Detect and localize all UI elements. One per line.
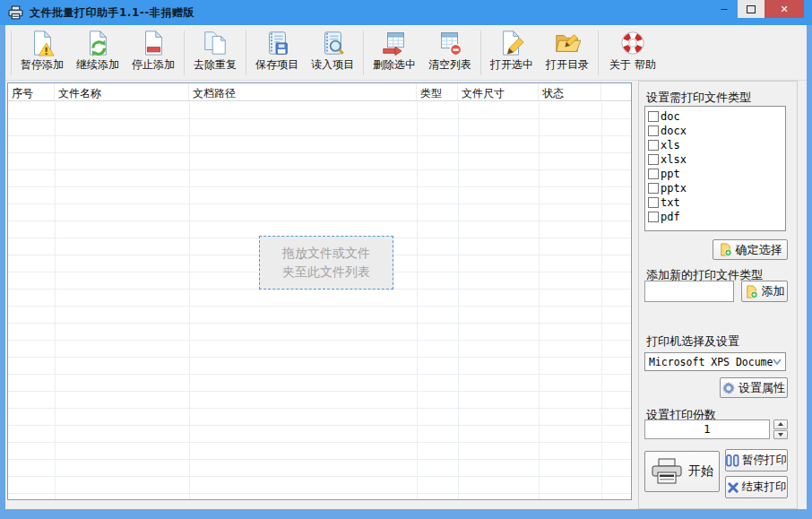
drop-zone[interactable]: 拖放文件或文件 夹至此文件列表 [259,236,393,290]
copies-input[interactable] [644,420,770,439]
checkbox-xlsx[interactable] [648,154,659,165]
toolbar-remove-duplicates-button[interactable]: 去除重复 [187,28,243,78]
toolbar-load-project-button[interactable]: 读入项目 [305,28,360,78]
toolbar-delete-selected-button[interactable]: 删除选中 [367,28,422,78]
file-type-label: xlsx [661,153,687,166]
toolbar-stop-add-button[interactable]: 停止添加 [125,28,181,78]
window-controls: ─ ✕ [711,0,804,18]
toolbar-button-label: 关于 帮助 [609,57,656,73]
file-type-label: ppt [661,168,680,180]
column-grid-line [601,102,602,499]
toolbar-open-directory-button[interactable]: 打开目录 [540,28,595,78]
toolbar-resume-add-button[interactable]: 继续添加 [70,28,125,78]
clear-list-icon [436,30,463,56]
toolbar-save-project-button[interactable]: 保存项目 [249,28,305,78]
checkbox-ppt[interactable] [648,169,659,179]
file-type-label: doc [661,110,680,123]
checkbox-pptx[interactable] [648,183,659,194]
settings-panel: 设置需打印文件类型 doc docx xls xlsx [638,81,798,509]
toolbar-about-help-button[interactable]: 关于 帮助 [601,28,664,78]
checkbox-doc[interactable] [648,111,659,122]
file-type-row-txt[interactable]: txt [648,195,785,210]
file-table-header: 序号 文件名称 文档路径 类型 文件尺寸 状态 [8,83,631,101]
window-title: 文件批量打印助手1.1--非捐赠版 [30,5,194,21]
file-type-row-pdf[interactable]: pdf [648,210,785,224]
file-type-label: txt [661,196,680,209]
maximize-button[interactable] [738,0,764,18]
toolbar-button-label: 去除重复 [194,57,237,73]
toolbar-separator [184,30,185,75]
x-icon [727,481,739,494]
stop-print-button[interactable]: 结束打印 [725,476,788,498]
file-table-body[interactable] [8,102,631,499]
toolbar-pause-add-button[interactable]: 暂停添加 [14,28,70,78]
toolbar-button-label: 打开选中 [490,57,533,73]
file-type-label: xls [661,139,680,151]
printer-app-icon [8,5,23,21]
col-header-empty [601,83,631,100]
main-content: 暂停添加 继续添加 [5,25,807,509]
file-type-row-docx[interactable]: docx [648,124,785,138]
printer-properties-button[interactable]: 设置属性 [720,377,788,398]
new-file-type-input[interactable] [644,281,734,302]
add-type-button[interactable]: 添加 [741,281,788,302]
toolbar-clear-list-button[interactable]: 清空列表 [422,28,478,78]
file-type-label: pdf [661,211,680,223]
file-type-row-xlsx[interactable]: xlsx [648,152,785,167]
column-grid-line [458,102,459,499]
delete-selected-icon [381,30,408,56]
titlebar[interactable]: 文件批量打印助手1.1--非捐赠版 ─ ✕ [0,0,812,25]
file-type-section-title: 设置需打印文件类型 [646,90,751,106]
toolbar-button-label: 打开目录 [546,57,589,73]
file-type-label: docx [661,125,687,137]
confirm-selection-button[interactable]: 确定选择 [713,239,788,260]
printer-icon [651,457,683,486]
file-type-row-pptx[interactable]: pptx [648,181,785,195]
triangle-down-icon [778,433,783,437]
pause-print-button[interactable]: 暂停打印 [725,449,788,471]
column-grid-line [539,102,540,499]
toolbar-separator [363,30,364,75]
minimize-icon: ─ [721,4,728,15]
checkbox-docx[interactable] [648,125,659,136]
toolbar-open-selected-button[interactable]: 打开选中 [484,28,540,78]
close-button[interactable]: ✕ [764,0,804,18]
checkbox-txt[interactable] [648,197,659,208]
minimize-button[interactable]: ─ [711,0,738,18]
col-header-type[interactable]: 类型 [417,83,458,100]
spinner-up-button[interactable] [773,420,788,429]
pause-print-label: 暂停打印 [742,453,787,468]
printer-select[interactable]: Microsoft XPS Document [644,352,786,371]
drop-hint-line1: 拖放文件或文件 [282,244,370,263]
col-header-name[interactable]: 文件名称 [55,83,189,100]
file-type-listbox[interactable]: doc docx xls xlsx ppt [644,106,786,231]
confirm-selection-label: 确定选择 [736,242,782,258]
toolbar-button-label: 清空列表 [428,57,471,73]
spinner-down-button[interactable] [773,430,788,440]
printer-properties-label: 设置属性 [739,380,785,396]
toolbar-separator [598,30,599,75]
file-type-row-doc[interactable]: doc [648,109,785,124]
pause-add-icon [29,30,56,56]
file-type-row-ppt[interactable]: ppt [648,167,785,181]
chevron-down-icon [773,359,782,366]
col-header-path[interactable]: 文档路径 [189,83,417,100]
col-header-index[interactable]: 序号 [8,83,55,100]
toolbar-button-label: 删除选中 [373,57,416,73]
file-type-row-xls[interactable]: xls [648,138,785,152]
toolbar-button-label: 读入项目 [311,57,354,73]
col-header-status[interactable]: 状态 [539,83,601,100]
file-plus-icon [745,285,758,298]
open-selected-icon [498,30,525,56]
remove-duplicates-icon [202,30,229,56]
copies-spinner [773,420,788,439]
toolbar-button-label: 保存项目 [255,57,298,73]
file-table: 序号 文件名称 文档路径 类型 文件尺寸 状态 拖放文件或文件 夹至此文件列表 [7,82,632,500]
toolbar-separator [246,30,246,75]
checkbox-xls[interactable] [648,140,659,151]
gear-icon [722,382,735,394]
close-icon: ✕ [780,4,788,15]
checkbox-pdf[interactable] [648,212,659,222]
col-header-size[interactable]: 文件尺寸 [458,83,539,100]
start-print-button[interactable]: 开始 [644,451,720,492]
